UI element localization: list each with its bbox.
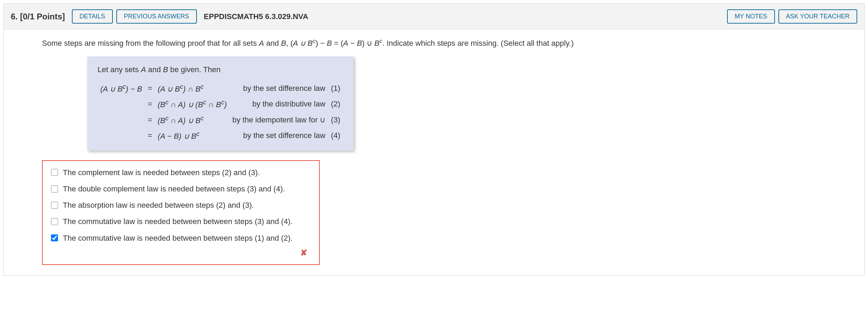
proof-rhs: (A ∪ Bc) ∩ Bc <box>155 80 229 96</box>
proof-table: (A ∪ Bc) − B=(A ∪ Bc) ∩ Bcby the set dif… <box>98 80 343 144</box>
prompt-set-a: A <box>343 39 348 48</box>
prompt-text: , ( <box>286 39 293 48</box>
question-prompt: Some steps are missing from the followin… <box>42 36 854 50</box>
ask-teacher-button[interactable]: ASK YOUR TEACHER <box>778 9 857 24</box>
proof-step-number: (2) <box>328 96 343 112</box>
prompt-text: = ( <box>332 39 343 48</box>
proof-box: Let any sets A and B be given. Then (A ∪… <box>87 57 353 151</box>
proof-reason: by the set difference law <box>229 128 328 144</box>
proof-rhs: (A − B) ∪ Bc <box>155 128 229 144</box>
proof-intro-a: A <box>141 65 146 74</box>
answer-option[interactable]: The absorption law is needed between ste… <box>50 197 312 213</box>
prompt-set-b: B <box>327 39 332 48</box>
answer-label: The commutative law is needed between be… <box>63 232 293 244</box>
proof-step-number: (3) <box>328 112 343 128</box>
proof-rhs: (Bc ∩ A) ∪ (Bc ∩ Bc) <box>155 96 229 112</box>
question-body: Some steps are missing from the followin… <box>4 29 864 275</box>
answer-option[interactable]: The commutative law is needed between be… <box>50 213 312 230</box>
proof-reason: by the distributive law <box>229 96 328 112</box>
proof-lhs <box>98 96 145 112</box>
prompt-text: ) − <box>316 39 327 48</box>
proof-row: (A ∪ Bc) − B=(A ∪ Bc) ∩ Bcby the set dif… <box>98 80 343 96</box>
prompt-set-a: A <box>259 39 264 48</box>
proof-eq: = <box>145 80 155 96</box>
answer-checkbox[interactable] <box>51 202 58 209</box>
proof-intro-b: B <box>163 65 168 74</box>
question-header: 6. [0/1 Points] DETAILS PREVIOUS ANSWERS… <box>4 4 864 29</box>
answer-checkbox[interactable] <box>51 234 58 241</box>
proof-lhs <box>98 112 145 128</box>
previous-answers-button[interactable]: PREVIOUS ANSWERS <box>116 9 197 24</box>
proof-row: =(Bc ∩ A) ∪ Bcby the idempotent law for … <box>98 112 343 128</box>
details-button[interactable]: DETAILS <box>72 9 113 24</box>
prompt-text: Some steps are missing from the followin… <box>42 39 259 48</box>
answer-label: The absorption law is needed between ste… <box>63 199 254 211</box>
proof-intro-text: Let any sets <box>98 65 141 74</box>
question-number-points: 6. [0/1 Points] <box>11 12 65 22</box>
proof-intro-text: and <box>146 65 163 74</box>
my-notes-button[interactable]: MY NOTES <box>727 9 775 24</box>
answer-checkbox[interactable] <box>51 218 58 225</box>
answer-label: The commutative law is needed between be… <box>63 215 293 227</box>
answer-label: The complement law is needed between ste… <box>63 166 260 179</box>
proof-reason: by the set difference law <box>229 80 328 96</box>
prompt-text: − <box>348 39 357 48</box>
question-container: 6. [0/1 Points] DETAILS PREVIOUS ANSWERS… <box>3 3 865 276</box>
proof-lhs <box>98 128 145 144</box>
answer-checkbox[interactable] <box>51 186 58 192</box>
answer-label: The double complement law is needed betw… <box>63 183 285 195</box>
question-code: EPPDISCMATH5 6.3.029.NVA <box>204 12 308 21</box>
prompt-sup: c <box>312 38 315 44</box>
answer-checkbox[interactable] <box>51 169 58 176</box>
proof-rhs: (Bc ∩ A) ∪ Bc <box>155 112 229 128</box>
answers-box: The complement law is needed between ste… <box>42 160 320 265</box>
proof-step-number: (1) <box>328 80 343 96</box>
prompt-set-b: B <box>281 39 286 48</box>
prompt-text: . Indicate which steps are missing. (Sel… <box>382 39 574 48</box>
proof-lhs: (A ∪ Bc) − B <box>98 80 145 96</box>
proof-row: =(Bc ∩ A) ∪ (Bc ∩ Bc)by the distributive… <box>98 96 343 112</box>
proof-eq: = <box>145 128 155 144</box>
proof-intro: Let any sets A and B be given. Then <box>98 63 343 76</box>
proof-eq: = <box>145 112 155 128</box>
prompt-expr: A ∪ B <box>293 39 313 48</box>
incorrect-icon: ✘ <box>50 246 312 259</box>
answer-option[interactable]: The double complement law is needed betw… <box>50 181 312 197</box>
prompt-text: and <box>264 39 281 48</box>
proof-reason: by the idempotent law for ∪ <box>229 112 328 128</box>
prompt-text: ) ∪ <box>362 39 375 48</box>
proof-eq: = <box>145 96 155 112</box>
proof-step-number: (4) <box>328 128 343 144</box>
proof-intro-text: be given. Then <box>168 65 220 74</box>
proof-row: =(A − B) ∪ Bcby the set difference law(4… <box>98 128 343 144</box>
prompt-set-b: B <box>357 39 362 48</box>
prompt-sup: c <box>379 38 382 44</box>
answer-option[interactable]: The complement law is needed between ste… <box>50 164 312 181</box>
prompt-set-b: B <box>374 39 379 48</box>
answer-option[interactable]: The commutative law is needed between be… <box>50 230 312 246</box>
